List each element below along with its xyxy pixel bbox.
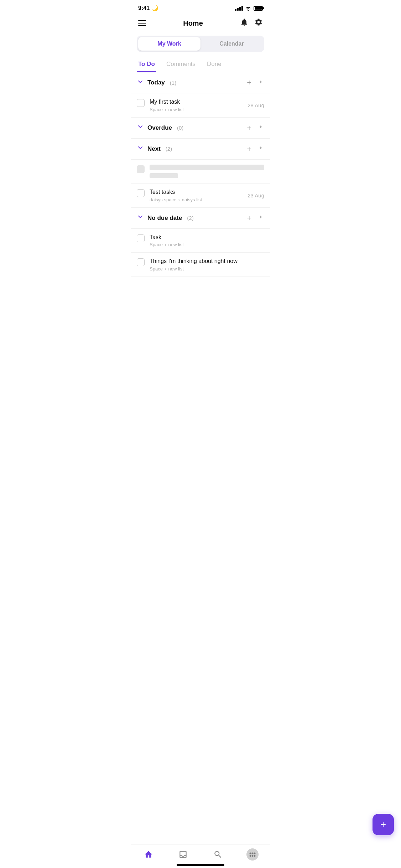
next-add-button[interactable]: + — [247, 144, 251, 154]
no-due-date-chevron-icon[interactable] — [137, 213, 144, 222]
no-due-date-count: (2) — [187, 215, 193, 221]
menu-button[interactable] — [138, 20, 146, 26]
task-date: 28 Aug — [248, 102, 264, 108]
overdue-sort-button[interactable] — [257, 123, 264, 132]
skeleton-content — [150, 165, 264, 178]
status-time: 9:41 — [138, 5, 150, 11]
task-row[interactable]: My first task Space › new list 28 Aug — [131, 93, 270, 118]
task-checkbox[interactable] — [137, 99, 145, 107]
skeleton-line-long — [150, 165, 264, 170]
task-meta: Space › new list — [150, 266, 264, 272]
task-checkbox[interactable] — [137, 234, 145, 242]
task-meta: Space › new list — [150, 242, 264, 247]
overdue-section-header: Overdue (0) + — [131, 118, 270, 139]
skeleton-line-short — [150, 173, 178, 178]
task-content: Things I'm thinking about right now Spac… — [150, 258, 264, 272]
signal-icon — [235, 6, 243, 11]
notification-icon[interactable] — [240, 18, 249, 29]
task-content: Task Space › new list — [150, 234, 264, 248]
battery-icon — [254, 6, 263, 11]
no-due-date-sort-button[interactable] — [257, 213, 264, 222]
task-checkbox[interactable] — [137, 189, 145, 197]
moon-icon: 🌙 — [152, 5, 158, 11]
task-row[interactable]: Test tasks daisys space › daisys list 23… — [131, 184, 270, 208]
overdue-chevron-icon[interactable] — [137, 123, 144, 132]
today-count: (1) — [170, 80, 176, 86]
next-chevron-icon[interactable] — [137, 144, 144, 153]
no-due-date-add-button[interactable]: + — [247, 213, 251, 223]
next-title: Next — [147, 145, 161, 153]
today-section-header: Today (1) + — [131, 72, 270, 93]
task-row[interactable]: Things I'm thinking about right now Spac… — [131, 253, 270, 277]
content-area: Today (1) + My first task Space › new li… — [131, 72, 270, 334]
sub-tab-comments[interactable]: Comments — [165, 58, 197, 72]
next-sort-button[interactable] — [257, 144, 264, 153]
tab-my-work[interactable]: My Work — [138, 37, 200, 51]
skeleton-checkbox — [137, 165, 145, 173]
today-title: Today — [147, 79, 165, 86]
header-icons — [240, 18, 263, 29]
today-chevron-icon[interactable] — [137, 78, 144, 87]
overdue-count: (0) — [177, 125, 183, 131]
status-icons — [235, 6, 263, 11]
no-due-date-title: No due date — [147, 215, 182, 222]
no-due-date-section-header: No due date (2) + — [131, 208, 270, 229]
task-meta: daisys space › daisys list — [150, 197, 243, 202]
task-name: Test tasks — [150, 188, 243, 196]
settings-icon[interactable] — [254, 18, 263, 29]
sub-tab-todo[interactable]: To Do — [137, 58, 156, 72]
next-count: (2) — [166, 146, 172, 152]
task-content: My first task Space › new list — [150, 98, 243, 112]
task-name: Things I'm thinking about right now — [150, 258, 264, 265]
overdue-title: Overdue — [147, 124, 172, 131]
task-name: My first task — [150, 98, 243, 106]
task-content: Test tasks daisys space › daisys list — [150, 188, 243, 202]
overdue-add-button[interactable]: + — [247, 123, 251, 133]
wifi-icon — [245, 6, 251, 11]
tab-calendar[interactable]: Calendar — [200, 37, 263, 51]
status-bar: 9:41 🌙 — [131, 0, 270, 14]
task-row[interactable]: Task Space › new list — [131, 229, 270, 253]
next-section-header: Next (2) + — [131, 139, 270, 160]
main-tab-switch: My Work Calendar — [137, 36, 264, 52]
sub-tabs: To Do Comments Done — [131, 58, 270, 72]
task-date: 23 Aug — [248, 192, 264, 198]
sub-tab-done[interactable]: Done — [205, 58, 223, 72]
today-add-button[interactable]: + — [247, 78, 251, 87]
today-sort-button[interactable] — [257, 78, 264, 87]
task-name: Task — [150, 234, 264, 241]
skeleton-row — [131, 160, 270, 184]
page-title: Home — [183, 19, 203, 27]
header: Home — [131, 14, 270, 34]
task-checkbox[interactable] — [137, 258, 145, 266]
task-meta: Space › new list — [150, 107, 243, 112]
